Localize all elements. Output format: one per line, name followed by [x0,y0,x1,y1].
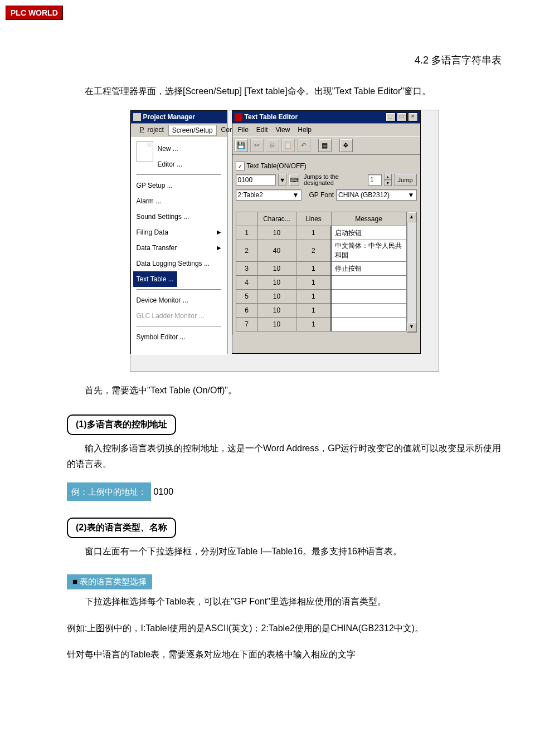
submenu-caret-icon: ▶ [217,241,221,255]
pm-menubar: Project Screen/Setup Control Edit [131,123,227,138]
menu-screen-setup[interactable]: Screen/Setup [168,125,217,136]
tte-toolbar: 💾 ✂ ⎘ 📋 ↶ ▦ ❖ [232,136,420,155]
jump-button[interactable]: Jump [394,174,417,186]
menu-glc-ladder-monitor: GLC Ladder Monitor ... [137,308,221,324]
vertical-scrollbar[interactable]: ▲ ▼ [407,212,417,333]
menu-alarm[interactable]: Alarm ... [137,193,221,209]
pm-menu-body: New ... Editor ... GP Setup ... Alarm ..… [131,138,227,355]
cell-lines[interactable]: 1 [296,290,331,304]
cut-button[interactable]: ✂ [250,139,264,152]
tte-body: ✓ Text Table(ON/OFF) 0100 ▼ ⌨ Jumps to t… [232,155,420,335]
menu-file[interactable]: File [235,125,252,135]
cell-message[interactable] [331,304,406,318]
row-header: 5 [236,290,257,304]
copy-button[interactable]: ⎘ [266,139,279,152]
table-select[interactable]: 2:Table2▼ [236,189,301,201]
tte-menubar: File Edit View Help [232,123,420,136]
scroll-down-button[interactable]: ▼ [407,322,416,332]
tool-button-2[interactable]: ❖ [339,139,353,152]
close-button[interactable]: × [408,113,418,121]
cell-message[interactable] [331,290,406,304]
table-row[interactable]: 3101停止按钮 [236,262,406,276]
cell-message[interactable]: 停止按钮 [331,262,406,276]
cell-charac[interactable]: 10 [257,276,296,290]
menu-sound-settings[interactable]: Sound Settings ... [137,209,221,225]
save-button[interactable]: 💾 [235,139,248,152]
undo-button[interactable]: ↶ [297,139,310,152]
text-table-editor-window: Text Table Editor _ □ × File Edit View H… [232,110,421,354]
table-row[interactable]: 5101 [236,290,406,304]
sub-heading: 表的语言类型选择 [67,574,152,589]
text-table-checkbox[interactable]: ✓ [236,162,245,170]
cell-lines[interactable]: 1 [296,318,331,331]
address-input[interactable]: 0100 [236,174,276,186]
menu-gp-setup[interactable]: GP Setup ... [137,178,221,193]
spin-down-button[interactable]: ▼ [384,180,392,186]
string-table: Charac... Lines Message 1101启动按钮2402中文简体… [236,212,407,331]
menu-edit[interactable]: Edit [253,125,271,135]
cell-message[interactable]: 启动按钮 [331,226,406,240]
app-icon [235,113,242,121]
menu-data-transfer[interactable]: Data Transfer▶ [137,240,221,256]
submenu-caret-icon: ▶ [217,226,221,239]
pm-title: Project Manager [143,113,195,121]
example-line: 例：上例中的地址： 0100 [67,482,502,501]
section-heading: 4.2 多语言字符串表 [67,53,502,67]
table-row[interactable]: 7101 [236,318,406,331]
col-header-charac[interactable]: Charac... [257,212,296,226]
cell-lines[interactable]: 1 [296,276,331,290]
chevron-down-icon: ▼ [293,191,299,199]
menu-device-monitor[interactable]: Device Monitor ... [137,292,221,308]
minimize-button[interactable]: _ [386,113,396,121]
menu-help[interactable]: Help [294,125,315,135]
scroll-up-button[interactable]: ▲ [407,212,416,222]
row-header: 7 [236,318,257,331]
document-icon [137,141,153,162]
cell-charac[interactable]: 10 [257,262,296,276]
col-header-message[interactable]: Message [331,212,406,226]
cell-message[interactable] [331,318,406,331]
menu-text-table[interactable]: Text Table ... [133,271,177,287]
table-row[interactable]: 4101 [236,276,406,290]
address-dropdown-button[interactable]: ▼ [278,174,286,186]
cell-message[interactable] [331,276,406,290]
gp-font-select[interactable]: CHINA (GB2312)▼ [336,189,417,201]
cell-lines[interactable]: 1 [296,304,331,318]
tool-button-1[interactable]: ▦ [318,139,332,152]
cell-lines[interactable]: 2 [296,240,331,262]
tte-titlebar: Text Table Editor _ □ × [232,111,420,123]
cell-charac[interactable]: 10 [257,290,296,304]
table-row[interactable]: 6101 [236,304,406,318]
row-header: 4 [236,276,257,290]
table-row[interactable]: 2402中文简体：中华人民共和国 [236,240,406,262]
col-header-lines[interactable]: Lines [296,212,331,226]
cell-message[interactable]: 中文简体：中华人民共和国 [331,240,406,262]
menu-view[interactable]: View [273,125,294,135]
cell-charac[interactable]: 10 [257,226,296,240]
spin-up-button[interactable]: ▲ [384,174,392,180]
col-header-blank [236,212,257,226]
table-row[interactable]: 1101启动按钮 [236,226,406,240]
project-manager-window: Project Manager Project Screen/Setup Con… [130,110,227,354]
menu-project[interactable]: Project [133,125,167,136]
jump-spin-value[interactable]: 1 [368,174,382,186]
cell-lines[interactable]: 1 [296,226,331,240]
para5b: 例如:上图例中的，I:TableI使用的是ASCII(英文)；2:Table2使… [67,621,502,636]
keypad-button[interactable]: ⌨ [289,174,299,186]
para-word-address: 输入控制多语言表切换的控制地址，这是一个Word Address，GP运行时改变… [67,441,502,471]
cell-charac[interactable]: 10 [257,318,296,331]
cell-charac[interactable]: 10 [257,304,296,318]
menu-symbol-editor[interactable]: Symbol Editor ... [137,329,221,345]
intro-paragraph: 在工程管理器界面，选择[Screen/Setup] [Text table]命令… [67,84,502,99]
logo: PLC WORLD [6,6,63,20]
row-header: 2 [236,240,257,262]
example-label: 例：上例中的地址： [67,482,151,501]
para5a: 下拉选择框选择每个Table表，可以在"GP Font"里选择相应使用的语言类型… [67,594,502,609]
menu-data-logging[interactable]: Data Logging Settings ... [137,256,221,271]
paste-button[interactable]: 📋 [281,139,295,152]
menu-filing-data[interactable]: Filing Data▶ [137,225,221,240]
cell-charac[interactable]: 40 [257,240,296,262]
cell-lines[interactable]: 1 [296,262,331,276]
maximize-button[interactable]: □ [397,113,407,121]
row-header: 3 [236,262,257,276]
